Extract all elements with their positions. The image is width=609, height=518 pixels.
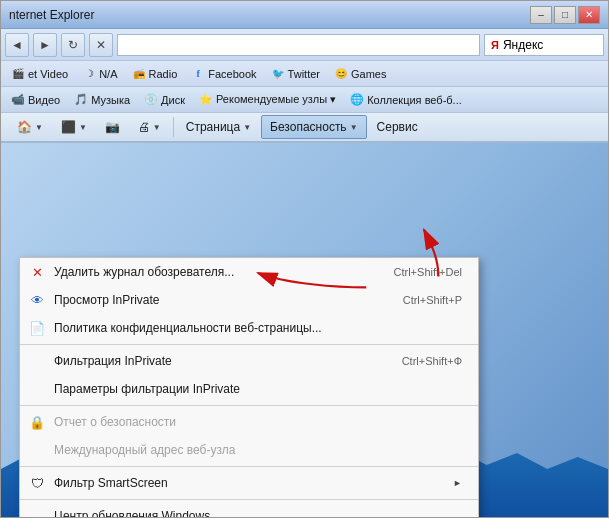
menu-label-security-report: Отчет о безопасности — [54, 415, 176, 429]
page-label: Страница — [186, 120, 240, 134]
ie-icon: 🌐 — [350, 93, 364, 106]
security-dropdown-menu: ✕ Удалить журнал обозревателя... Ctrl+Sh… — [19, 257, 479, 517]
rss-dropdown-arrow: ▼ — [79, 123, 87, 132]
security-label: Безопасность — [270, 120, 347, 134]
content-area: ✕ Удалить журнал обозревателя... Ctrl+Sh… — [1, 143, 608, 517]
sep3 — [20, 466, 478, 467]
video-icon2: 📹 — [11, 93, 25, 106]
sep2 — [20, 405, 478, 406]
menu-smartscreen[interactable]: 🛡 Фильтр SmartScreen ► — [20, 469, 478, 497]
fav-item-games[interactable]: 😊 Games — [328, 64, 392, 84]
security-button[interactable]: Безопасность ▼ — [261, 115, 366, 139]
sec-label-video: Видео — [28, 94, 60, 106]
refresh-button[interactable]: ↻ — [61, 33, 85, 57]
filter-icon — [28, 352, 46, 370]
title-bar: nternet Explorer – □ ✕ — [1, 1, 608, 29]
sec-disk[interactable]: 💿 Диск — [138, 90, 191, 110]
separator1 — [173, 117, 174, 137]
menu-label-international-address: Международный адрес веб-узла — [54, 443, 235, 457]
service-button[interactable]: Сервис — [369, 115, 426, 139]
fav-label-na: N/A — [99, 68, 117, 80]
menu-windows-update[interactable]: Центр обновления Windows — [20, 502, 478, 517]
fav-item-radio[interactable]: 📻 Radio — [126, 64, 184, 84]
shortcut-filter: Ctrl+Shift+Ф — [402, 355, 462, 367]
privacy-icon: 📄 — [28, 319, 46, 337]
sec-music[interactable]: 🎵 Музыка — [68, 90, 136, 110]
back-button[interactable]: ◄ — [5, 33, 29, 57]
stop-button[interactable]: ✕ — [89, 33, 113, 57]
service-label: Сервис — [377, 120, 418, 134]
menu-label-inprivate-browse: Просмотр InPrivate — [54, 293, 160, 307]
maximize-button[interactable]: □ — [554, 6, 576, 24]
fav-label-facebook: Facebook — [208, 68, 256, 80]
search-box[interactable]: Я Яндекс — [484, 34, 604, 56]
browser-window: nternet Explorer – □ ✕ ◄ ► ↻ ✕ Я Яндекс … — [0, 0, 609, 518]
camera-icon: 📷 — [105, 120, 120, 134]
intl-icon — [28, 441, 46, 459]
print-button[interactable]: 🖨 ▼ — [130, 115, 169, 139]
menu-item-left-smartscreen: 🛡 Фильтр SmartScreen — [28, 474, 168, 492]
menu-label-smartscreen: Фильтр SmartScreen — [54, 476, 168, 490]
menu-item-left-filter: Фильтрация InPrivate — [28, 352, 172, 370]
fav-label-twitter: Twitter — [288, 68, 320, 80]
page-dropdown-arrow: ▼ — [243, 123, 251, 132]
home-dropdown-arrow: ▼ — [35, 123, 43, 132]
command-bar: 🏠 ▼ ⬛ ▼ 📷 🖨 ▼ Страница ▼ Безопасность ▼ … — [1, 113, 608, 143]
close-button[interactable]: ✕ — [578, 6, 600, 24]
fav-item-na[interactable]: ☽ N/A — [76, 64, 123, 84]
sec-recommended[interactable]: ⭐ Рекомендуемые узлы ▾ — [193, 90, 342, 110]
video-icon: 🎬 — [11, 67, 25, 81]
menu-delete-history[interactable]: ✕ Удалить журнал обозревателя... Ctrl+Sh… — [20, 258, 478, 286]
menu-item-left-filter-settings: Параметры фильтрации InPrivate — [28, 380, 240, 398]
camera-button[interactable]: 📷 — [97, 115, 128, 139]
sec-collection[interactable]: 🌐 Коллекция веб-б... — [344, 90, 468, 110]
menu-label-inprivate-filter: Фильтрация InPrivate — [54, 354, 172, 368]
print-icon: 🖨 — [138, 120, 150, 134]
forward-button[interactable]: ► — [33, 33, 57, 57]
menu-privacy-policy[interactable]: 📄 Политика конфиденциальности веб-страни… — [20, 314, 478, 342]
lock-icon: 🔒 — [28, 413, 46, 431]
fav-item-facebook[interactable]: f Facebook — [185, 64, 262, 84]
address-bar: ◄ ► ↻ ✕ Я Яндекс — [1, 29, 608, 61]
page-button[interactable]: Страница ▼ — [178, 115, 259, 139]
search-placeholder: Яндекс — [503, 38, 543, 52]
na-icon: ☽ — [82, 67, 96, 81]
home-button[interactable]: 🏠 ▼ — [9, 115, 51, 139]
music-icon: 🎵 — [74, 93, 88, 106]
sec-label-music: Музыка — [91, 94, 130, 106]
twitter-icon: 🐦 — [271, 67, 285, 81]
menu-inprivate-filter[interactable]: Фильтрация InPrivate Ctrl+Shift+Ф — [20, 347, 478, 375]
disk-icon: 💿 — [144, 93, 158, 106]
fav-label-video: et Video — [28, 68, 68, 80]
window-title: nternet Explorer — [9, 8, 94, 22]
shield-icon: 🛡 — [28, 474, 46, 492]
print-dropdown-arrow: ▼ — [153, 123, 161, 132]
rss-button[interactable]: ⬛ ▼ — [53, 115, 95, 139]
fav-item-twitter[interactable]: 🐦 Twitter — [265, 64, 326, 84]
favorites-bar: 🎬 et Video ☽ N/A 📻 Radio f Facebook 🐦 Tw… — [1, 61, 608, 87]
menu-security-report: 🔒 Отчет о безопасности — [20, 408, 478, 436]
menu-inprivate-browse[interactable]: 👁 Просмотр InPrivate Ctrl+Shift+P — [20, 286, 478, 314]
menu-label-delete-history: Удалить журнал обозревателя... — [54, 265, 234, 279]
security-dropdown-arrow: ▼ — [350, 123, 358, 132]
radio-icon: 📻 — [132, 67, 146, 81]
shortcut-delete-history: Ctrl+Shift+Del — [394, 266, 462, 278]
fav-item-video[interactable]: 🎬 et Video — [5, 64, 74, 84]
delete-icon: ✕ — [28, 263, 46, 281]
menu-inprivate-filter-settings[interactable]: Параметры фильтрации InPrivate — [20, 375, 478, 403]
yandex-icon: Я — [491, 39, 499, 51]
sec-label-disk: Диск — [161, 94, 185, 106]
address-input[interactable] — [117, 34, 480, 56]
inprivate-icon: 👁 — [28, 291, 46, 309]
menu-item-left-winupdate: Центр обновления Windows — [28, 507, 210, 517]
menu-international-address: Международный адрес веб-узла — [20, 436, 478, 464]
menu-item-left-privacy: 📄 Политика конфиденциальности веб-страни… — [28, 319, 322, 337]
minimize-button[interactable]: – — [530, 6, 552, 24]
sec-video[interactable]: 📹 Видео — [5, 90, 66, 110]
menu-item-left-delete: ✕ Удалить журнал обозревателя... — [28, 263, 234, 281]
fav-label-games: Games — [351, 68, 386, 80]
menu-item-left-security-report: 🔒 Отчет о безопасности — [28, 413, 176, 431]
secondary-bar: 📹 Видео 🎵 Музыка 💿 Диск ⭐ Рекомендуемые … — [1, 87, 608, 113]
sec-label-collection: Коллекция веб-б... — [367, 94, 462, 106]
window-controls: – □ ✕ — [530, 6, 600, 24]
